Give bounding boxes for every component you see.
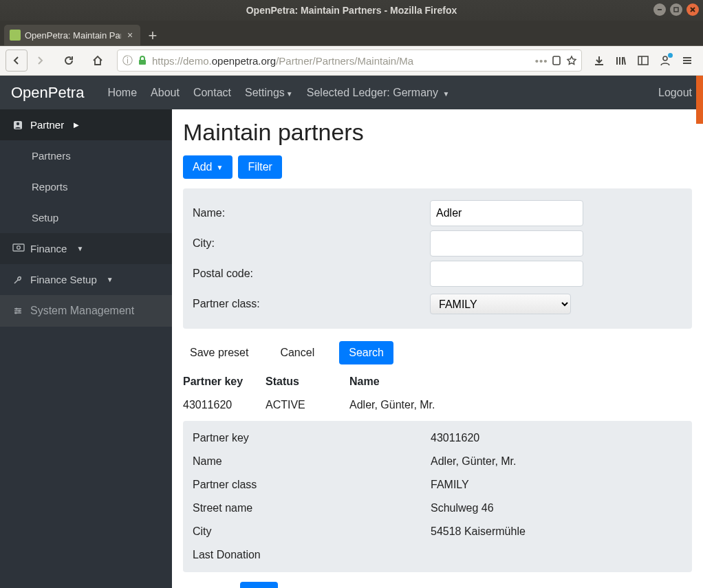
window-close-button[interactable] — [686, 3, 699, 16]
home-button[interactable] — [87, 50, 109, 72]
detail-value: FAMILY — [431, 479, 682, 491]
wrench-icon — [12, 274, 23, 285]
nav-settings[interactable]: Settings▼ — [245, 87, 293, 99]
address-bar[interactable]: ⓘ https://demo.openpetra.org/Partner/Par… — [117, 50, 582, 72]
menu-icon[interactable] — [681, 54, 693, 67]
filter-name-label: Name: — [193, 207, 430, 219]
detail-label: Name — [193, 455, 431, 468]
tab-favicon — [10, 30, 21, 41]
sidebar-item-partners[interactable]: Partners — [0, 140, 172, 171]
new-tab-button[interactable]: + — [143, 26, 162, 45]
save-preset-button[interactable]: Save preset — [183, 341, 255, 364]
detail-value: 54518 Kaisermühle — [431, 525, 682, 538]
filter-name-input[interactable] — [430, 200, 583, 226]
caret-down-icon: ▼ — [107, 276, 113, 283]
detail-value: Adler, Günter, Mr. — [431, 455, 682, 468]
svg-point-12 — [17, 246, 21, 249]
svg-rect-4 — [139, 60, 146, 65]
sidebar-label: System Management — [30, 305, 134, 317]
lock-icon — [137, 55, 148, 66]
sidebar-item-setup[interactable]: Setup — [0, 202, 172, 233]
filter-postal-label: Postal code: — [193, 268, 430, 280]
window-titlebar: OpenPetra: Maintain Partners - Mozilla F… — [0, 0, 703, 21]
sidebar-item-finance-setup[interactable]: Finance Setup ▼ — [0, 264, 172, 295]
detail-panel: Partner key43011620 NameAdler, Günter, M… — [183, 421, 692, 572]
nav-about[interactable]: About — [151, 87, 180, 99]
sidebar-item-partner[interactable]: Partner ▶ — [0, 109, 172, 140]
cancel-button[interactable]: Cancel — [273, 341, 321, 364]
filter-panel: Name: City: Postal code: Partner class: … — [183, 188, 692, 329]
svg-point-14 — [18, 309, 20, 312]
caret-down-icon: ▼ — [216, 164, 223, 171]
brand[interactable]: OpenPetra — [11, 84, 84, 102]
detail-value: Schulweg 46 — [431, 502, 682, 514]
person-icon — [12, 120, 23, 131]
svg-rect-1 — [674, 8, 678, 12]
filter-class-select[interactable]: FAMILY — [430, 294, 571, 314]
filter-city-input[interactable] — [430, 230, 583, 257]
sidebar-label: Partner — [30, 119, 64, 131]
page-actions-icon[interactable]: ••• — [536, 55, 547, 66]
svg-rect-6 — [638, 56, 648, 65]
cell-name: Adler, Günter, Mr. — [349, 399, 692, 411]
reader-icon[interactable] — [551, 55, 562, 66]
detail-label: Street name — [193, 502, 431, 514]
sidebar-item-system-management[interactable]: System Management — [0, 295, 172, 327]
sidebar-item-finance[interactable]: Finance ▼ — [0, 233, 172, 264]
filter-city-label: City: — [193, 237, 430, 250]
filter-button[interactable]: Filter — [238, 155, 282, 179]
url-text: https://demo.openpetra.org/Partner/Partn… — [152, 55, 532, 67]
window-minimize-button[interactable] — [653, 3, 666, 16]
library-icon[interactable] — [615, 54, 627, 67]
svg-point-15 — [14, 312, 17, 314]
page-title: Maintain partners — [183, 119, 692, 146]
back-button[interactable] — [6, 50, 28, 72]
sliders-icon — [12, 305, 23, 316]
detail-label: Last Donation — [193, 549, 431, 561]
col-name: Name — [349, 375, 692, 388]
caret-down-icon: ▼ — [442, 90, 449, 98]
sidebar-icon[interactable] — [637, 54, 649, 67]
money-icon — [12, 243, 23, 254]
app-navbar: OpenPetra Home About Contact Settings▼ S… — [0, 76, 703, 109]
table-row[interactable]: 43011620 ACTIVE Adler, Günter, Mr. — [183, 393, 692, 417]
browser-toolbar: ⓘ https://demo.openpetra.org/Partner/Par… — [0, 45, 703, 75]
account-icon[interactable] — [659, 54, 671, 67]
svg-rect-5 — [553, 56, 560, 65]
nav-home[interactable]: Home — [107, 87, 137, 99]
cell-key: 43011620 — [183, 399, 266, 411]
add-button[interactable]: Add▼ — [183, 155, 232, 179]
filter-postal-input[interactable] — [430, 261, 583, 287]
browser-tabstrip: OpenPetra: Maintain Par × + — [0, 21, 703, 45]
svg-point-13 — [15, 307, 17, 309]
browser-tab[interactable]: OpenPetra: Maintain Par × — [4, 25, 140, 45]
close-button[interactable]: Close — [183, 582, 228, 588]
reload-button[interactable] — [58, 50, 80, 72]
nav-logout[interactable]: Logout — [658, 87, 692, 99]
caret-down-icon: ▼ — [286, 90, 293, 98]
detail-label: Partner key — [193, 432, 431, 444]
sidebar: Partner ▶ Partners Reports Setup Finance… — [0, 109, 172, 588]
nav-ledger[interactable]: Selected Ledger: Germany ▼ — [307, 87, 450, 99]
search-button[interactable]: Search — [339, 341, 393, 364]
detail-label: City — [193, 525, 431, 538]
svg-point-8 — [663, 56, 667, 61]
results-table: Partner key Status Name 43011620 ACTIVE … — [183, 370, 692, 417]
edit-button[interactable]: Edit — [240, 582, 279, 588]
caret-down-icon: ▼ — [76, 245, 83, 252]
main-content: Maintain partners Add▼ Filter Name: City… — [172, 109, 703, 588]
caret-right-icon: ▶ — [74, 121, 79, 129]
site-info-icon[interactable]: ⓘ — [122, 55, 133, 66]
detail-value: 43011620 — [431, 432, 682, 444]
forward-button — [29, 50, 51, 72]
tab-close-icon[interactable]: × — [125, 30, 135, 40]
sidebar-item-reports[interactable]: Reports — [0, 171, 172, 202]
nav-contact[interactable]: Contact — [193, 87, 231, 99]
detail-label: Partner class — [193, 479, 431, 491]
downloads-icon[interactable] — [593, 54, 605, 67]
scrollbar-thumb[interactable] — [696, 76, 703, 124]
detail-value — [431, 549, 682, 561]
col-status: Status — [266, 375, 349, 388]
bookmark-icon[interactable] — [566, 55, 577, 66]
window-maximize-button[interactable] — [670, 3, 682, 16]
